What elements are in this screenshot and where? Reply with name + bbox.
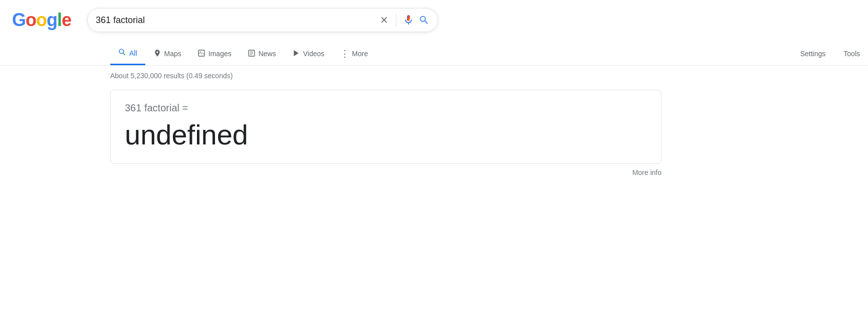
results-area: About 5,230,000 results (0.49 seconds) 3… [0,66,868,177]
header: Google 361 factorial ✕ [0,0,868,32]
search-box-wrapper: 361 factorial ✕ [87,8,438,32]
tab-videos[interactable]: Videos [284,43,333,65]
search-icon[interactable] [418,15,429,26]
tab-videos-label: Videos [303,50,325,58]
search-box: 361 factorial ✕ [87,8,438,32]
more-info-link[interactable]: More info [632,169,662,177]
tab-more-label: More [352,50,368,58]
calc-result: undefined [125,118,647,151]
logo-o2: o [36,10,47,31]
search-box-icons: ✕ [378,13,429,27]
logo-g2: g [47,10,57,31]
nav-tabs: All Maps Images [0,36,868,66]
logo-o1: o [26,10,36,31]
all-search-icon [118,48,126,58]
calc-equation: 361 factorial = [125,102,647,114]
google-logo[interactable]: Google [12,10,71,31]
logo-g: G [12,10,26,31]
tab-all[interactable]: All [110,42,145,65]
tab-tools[interactable]: Tools [835,44,868,64]
clear-icon[interactable]: ✕ [378,14,390,26]
tab-tools-label: Tools [843,50,860,58]
more-info-container: More info [110,168,662,177]
search-input[interactable]: 361 factorial [96,15,374,26]
maps-icon [153,49,161,59]
microphone-icon[interactable] [402,13,414,27]
logo-l: l [57,10,62,31]
tab-maps[interactable]: Maps [145,43,189,65]
tab-images[interactable]: Images [189,43,240,65]
svg-marker-8 [294,50,298,56]
images-icon [197,49,205,59]
search-divider [396,13,396,27]
news-icon [248,49,256,59]
tab-more[interactable]: ⋮ More [332,42,376,65]
tab-news[interactable]: News [240,43,284,65]
tab-images-label: Images [208,50,232,58]
videos-icon [292,49,300,59]
tab-news-label: News [259,50,276,58]
tab-all-label: All [129,49,137,57]
calculator-card: 361 factorial = undefined [110,90,662,164]
nav-right: Settings Tools [792,44,868,64]
tab-settings[interactable]: Settings [792,44,834,64]
tab-settings-label: Settings [800,50,826,58]
logo-e: e [62,10,71,31]
more-dots-icon: ⋮ [340,48,349,59]
tab-maps-label: Maps [164,50,181,58]
results-count: About 5,230,000 results (0.49 seconds) [110,72,868,80]
